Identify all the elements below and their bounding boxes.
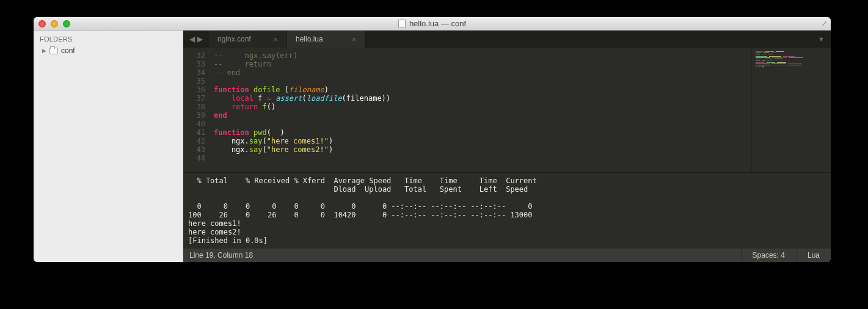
cursor-position: Line 19, Column 18	[189, 251, 253, 260]
document-icon	[398, 20, 406, 28]
titlebar: hello.lua — conf ⤢	[34, 17, 831, 31]
window-title-text: hello.lua — conf	[409, 19, 466, 28]
tab-overflow-button[interactable]: ▼	[812, 31, 831, 48]
fullscreen-button[interactable]: ⤢	[822, 20, 827, 27]
sidebar: FOLDERS ▶ conf	[34, 31, 183, 262]
statusbar-right: Spaces: 4 Lua	[741, 249, 831, 262]
folder-icon	[49, 48, 58, 54]
sidebar-header: FOLDERS	[34, 34, 183, 45]
code-editor[interactable]: -- ngx.say(err)-- return-- end function …	[210, 48, 751, 172]
tab-label: nginx.conf	[217, 35, 251, 43]
line-number-gutter: 32333435363738394041424344	[183, 48, 210, 172]
tab-close-icon[interactable]: ×	[351, 35, 356, 43]
editor-window: hello.lua — conf ⤢ FOLDERS ▶ conf ◀ ▶ ng…	[34, 17, 831, 262]
tab-history-nav: ◀ ▶	[183, 31, 209, 48]
sidebar-item-conf[interactable]: ▶ conf	[34, 45, 183, 56]
window-title: hello.lua — conf	[34, 19, 831, 28]
tab-bar: ◀ ▶ nginx.conf × hello.lua × ▼	[183, 31, 831, 48]
indent-settings[interactable]: Spaces: 4	[741, 249, 796, 262]
build-output-console[interactable]: % Total % Received % Xferd Average Speed…	[183, 172, 831, 249]
tab-hello-lua[interactable]: hello.lua ×	[287, 31, 365, 48]
window-body: FOLDERS ▶ conf ◀ ▶ nginx.conf × hello.lu…	[34, 31, 831, 262]
minimap[interactable]	[751, 48, 831, 172]
editor-area: 32333435363738394041424344 -- ngx.say(er…	[183, 48, 831, 172]
tab-label: hello.lua	[296, 35, 323, 43]
tab-nginx-conf[interactable]: nginx.conf ×	[209, 31, 287, 48]
status-bar: Line 19, Column 18 Spaces: 4 Lua	[183, 249, 831, 262]
syntax-selector[interactable]: Lua	[796, 249, 831, 262]
tab-close-icon[interactable]: ×	[273, 35, 278, 43]
nav-back-button[interactable]: ◀	[189, 35, 195, 43]
main-panel: ◀ ▶ nginx.conf × hello.lua × ▼ 323334353…	[183, 31, 831, 262]
sidebar-item-label: conf	[61, 46, 75, 55]
nav-forward-button[interactable]: ▶	[197, 35, 203, 43]
disclosure-triangle-icon[interactable]: ▶	[42, 48, 46, 54]
